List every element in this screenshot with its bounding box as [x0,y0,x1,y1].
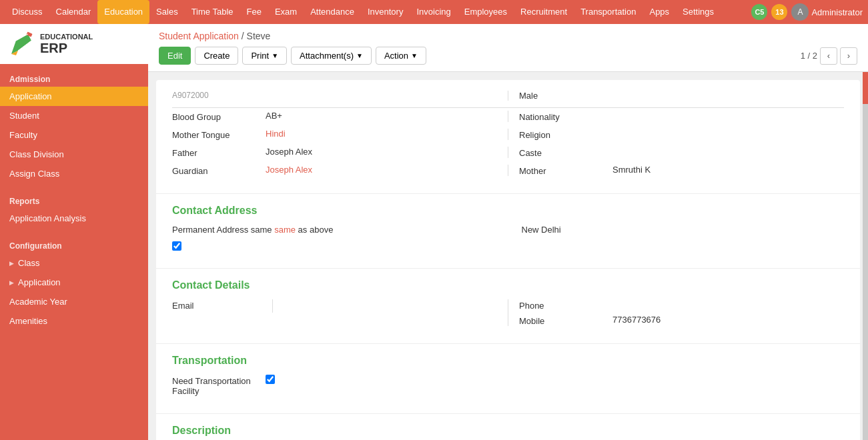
mother-tongue-religion-row: Mother Tongue Hindi Religion [172,129,844,140]
nav-sales[interactable]: Sales [149,0,185,24]
pagination: 1 / 2 ‹ › [801,47,857,65]
contact-details-section: Contact Details Email Phone [156,269,860,344]
toolbar-buttons: Edit Create Print Attachment(s) Action [159,47,426,65]
nav-inventory[interactable]: Inventory [361,0,410,24]
sidebar-item-amenities[interactable]: Amenities [0,311,148,331]
nav-apps[interactable]: Apps [642,0,676,24]
breadcrumb-current: Steve [247,31,271,41]
breadcrumb-parent[interactable]: Student Application [159,31,239,41]
edit-button[interactable]: Edit [159,47,191,65]
admin-label: Administrator [811,7,863,17]
dob-col: A9072000 [172,91,497,100]
sidebar: EDUCATIONAL ERP Admission Application St… [0,24,148,440]
gender-col: Male [519,91,844,101]
same-link[interactable]: same [274,225,298,235]
next-page-button[interactable]: › [840,47,857,65]
nav-calendar[interactable]: Calendar [49,0,98,24]
description-title: Description [172,425,844,437]
transportation-section: Transportation Need Transportation Facil… [156,344,860,414]
contact-details-title: Contact Details [172,279,844,291]
print-button[interactable]: Print [242,47,287,65]
blood-group-value: AB+ [266,111,282,121]
sidebar-item-application[interactable]: Application [0,87,148,106]
notification-badge[interactable]: 13 [771,4,787,20]
caste-col: Caste [519,147,844,158]
toolbar-right: 1 / 2 ‹ › [801,47,857,65]
sidebar-item-class[interactable]: Class [0,253,148,273]
main-layout: EDUCATIONAL ERP Admission Application St… [0,24,868,440]
sidebar-item-academic-year[interactable]: Academic Year [0,292,148,311]
mother-col: Mother Smruthi K [519,165,844,176]
father-caste-row: Father Joseph Alex Caste [172,147,844,158]
mother-label: Mother [519,165,612,176]
contact-address-title: Contact Address [172,205,495,217]
sidebar-item-class-division[interactable]: Class Division [0,145,148,164]
gender-value: Male [519,91,538,101]
nav-recruitment[interactable]: Recruitment [514,0,574,24]
guardian-value[interactable]: Joseph Alex [266,165,312,175]
nav-discuss[interactable]: Discuss [5,0,49,24]
sidebar-config-section: Configuration Class Application Academic… [0,231,148,333]
action-button[interactable]: Action [376,47,426,65]
svg-marker-0 [11,34,31,54]
chat-badge[interactable]: C5 [751,4,767,20]
nav-employees[interactable]: Employees [458,0,514,24]
prev-page-button[interactable]: ‹ [820,47,837,65]
caste-label: Caste [519,147,612,158]
dob-value: A9072000 [172,91,209,100]
religion-label: Religion [519,129,612,140]
father-label: Father [172,147,266,158]
logo-text: EDUCATIONAL ERP [40,33,93,56]
mobile-label: Mobile [519,315,612,326]
sidebar-item-student[interactable]: Student [0,106,148,125]
attachments-button[interactable]: Attachment(s) [291,47,372,65]
main-content: Student Application / Steve Edit Create … [148,24,868,440]
nav-settings[interactable]: Settings [676,0,721,24]
sidebar-item-faculty[interactable]: Faculty [0,125,148,145]
avatar: A [791,3,809,21]
description-section: Description [156,414,860,440]
religion-col: Religion [519,129,844,140]
contact-address-section: Contact Address Permanent Address same s… [156,194,860,269]
permanent-checkbox[interactable] [172,241,181,251]
blood-nationality-row: Blood Group AB+ Nationality [172,111,844,122]
permanent-checkbox-row [172,241,495,251]
form-body: A9072000 Male Blood Group AB+ Nation [156,80,860,440]
nav-right: C5 13 A Administrator [751,3,863,21]
mother-tongue-value[interactable]: Hindi [266,129,286,139]
sidebar-item-app-analysis[interactable]: Application Analysis [0,209,148,228]
toolbar-area: Student Application / Steve Edit Create … [148,24,868,72]
config-section-title: Configuration [0,237,148,253]
email-label: Email [172,299,266,311]
nav-exam[interactable]: Exam [268,0,304,24]
create-button[interactable]: Create [195,47,238,65]
nav-fee[interactable]: Fee [240,0,268,24]
pagination-text: 1 / 2 [801,51,817,61]
mother-tongue-col: Mother Tongue Hindi [172,129,497,140]
nav-timetable[interactable]: Time Table [185,0,240,24]
nav-invoicing[interactable]: Invoicing [410,0,457,24]
nav-education[interactable]: Education [97,0,149,24]
dob-gender-row: A9072000 Male [172,91,844,101]
permanent-checkbox-wrap [172,241,181,251]
nav-transportation[interactable]: Transportation [574,0,642,24]
transport-checkbox-wrap [266,375,275,386]
city-value: New Delhi [522,225,845,235]
breadcrumb-separator: / [242,31,247,41]
nav-attendance[interactable]: Attendance [304,0,361,24]
toolbar-row: Edit Create Print Attachment(s) Action 1… [159,47,857,65]
mother-value: Smruthi K [612,165,650,175]
right-scrollbar [863,24,868,440]
sidebar-item-assign-class[interactable]: Assign Class [0,164,148,183]
transport-checkbox[interactable] [266,375,275,384]
nationality-label: Nationality [519,111,612,122]
sidebar-item-config-application[interactable]: Application [0,273,148,292]
phone-col: Phone Mobile 7736773676 [519,299,844,326]
as-above-text: as above [298,225,334,235]
father-col: Father Joseph Alex [172,147,497,158]
logo-icon [8,31,35,57]
phone-label: Phone [519,299,612,311]
blood-group-label: Blood Group [172,111,266,122]
guardian-col: Guardian Joseph Alex [172,165,497,176]
admin-menu[interactable]: A Administrator [791,3,863,21]
